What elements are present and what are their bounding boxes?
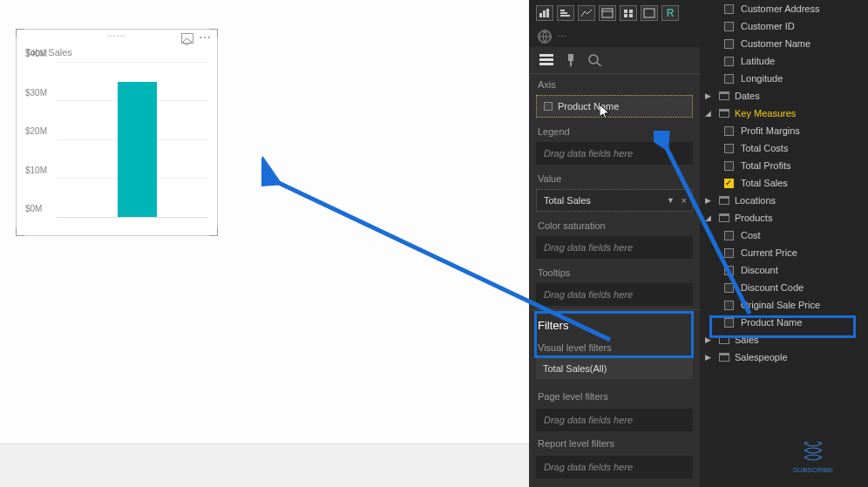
field-checkbox[interactable] (724, 179, 734, 188)
field-item[interactable]: Total Profits (700, 157, 868, 174)
field-checkbox[interactable] (724, 74, 734, 84)
svg-rect-8 (624, 10, 627, 13)
drag-handle-icon[interactable]: ⋯⋯ (107, 31, 126, 41)
table-icon (719, 353, 729, 362)
field-checkbox[interactable] (724, 248, 734, 258)
visualizations-panel: R ⋯ Axis Product Name Legend Drag data f… (529, 0, 700, 487)
field-item[interactable]: Current Price (700, 244, 868, 261)
value-section-label: Value (529, 168, 700, 186)
field-checkbox[interactable] (724, 22, 734, 31)
field-checkbox[interactable] (724, 231, 734, 240)
globe-icon[interactable] (538, 30, 552, 44)
field-item[interactable]: Original Sale Price (700, 296, 868, 314)
expand-caret-icon[interactable]: ▶ (705, 335, 714, 344)
value-field-well[interactable]: Total Sales ▼ × (536, 189, 693, 212)
viz-type-icon[interactable] (578, 5, 595, 21)
legend-section-label: Legend (529, 121, 700, 139)
field-item[interactable]: Customer Name (700, 35, 868, 52)
table-row[interactable]: ▶Salespeople (700, 348, 868, 366)
viz-type-icon[interactable] (641, 5, 658, 21)
svg-rect-6 (602, 9, 613, 17)
table-icon (719, 335, 729, 344)
field-label: Discount Code (741, 282, 804, 293)
svg-rect-10 (624, 14, 627, 17)
axis-field-well[interactable]: Product Name (536, 95, 693, 118)
svg-rect-5 (560, 15, 570, 17)
field-item[interactable]: Product Name (700, 314, 868, 331)
field-item[interactable]: Discount (700, 261, 868, 279)
field-label: Total Sales (741, 178, 788, 188)
table-icon (719, 109, 729, 118)
page-tabs-bar[interactable] (0, 443, 529, 487)
format-tab-icon[interactable] (564, 54, 580, 66)
viz-type-r-icon[interactable]: R (661, 5, 679, 21)
field-label: Customer Name (741, 38, 810, 49)
field-item[interactable]: Cost (700, 227, 868, 244)
field-item[interactable]: Total Sales (700, 174, 868, 192)
viz-type-icon[interactable] (599, 5, 616, 21)
viz-type-icon[interactable] (620, 5, 637, 21)
caret-down-icon[interactable]: ▼ (667, 196, 675, 205)
expand-caret-icon[interactable]: ◢ (705, 213, 714, 222)
expand-caret-icon[interactable]: ▶ (705, 91, 714, 100)
visual-filter-item[interactable]: Total Sales(All) (536, 358, 693, 379)
table-label: Sales (735, 335, 759, 345)
dots-icon[interactable]: ⋯ (557, 31, 566, 43)
field-label: Customer Address (741, 3, 819, 14)
remove-field-icon[interactable]: × (682, 195, 687, 206)
field-label: Latitude (741, 56, 775, 66)
table-row[interactable]: ▶Dates (700, 87, 868, 105)
table-row[interactable]: ▶Sales (700, 331, 868, 348)
field-checkbox[interactable] (724, 283, 734, 293)
svg-rect-9 (629, 10, 633, 13)
field-label: Longitude (741, 73, 783, 84)
field-checkbox[interactable] (724, 126, 734, 136)
chart-plot-area: $0M $10M $20M $30M $40M (25, 63, 208, 230)
field-checkbox[interactable] (724, 144, 734, 153)
report-filters-well[interactable]: Drag data fields here (536, 456, 693, 478)
dna-icon (800, 442, 826, 464)
field-checkbox[interactable] (724, 318, 734, 328)
table-row[interactable]: ▶Locations (700, 192, 868, 209)
focus-mode-icon[interactable] (181, 33, 193, 44)
resize-handle-br[interactable] (209, 227, 218, 236)
color-sat-field-well[interactable]: Drag data fields here (536, 236, 693, 259)
visual-filters-label: Visual level filters (529, 339, 700, 356)
expand-caret-icon[interactable]: ▶ (705, 196, 714, 205)
svg-line-20 (597, 63, 601, 66)
tooltips-field-well[interactable]: Drag data fields here (536, 283, 693, 306)
page-filters-well[interactable]: Drag data fields here (536, 409, 693, 431)
field-item[interactable]: Discount Code (700, 279, 868, 296)
field-checkbox[interactable] (724, 39, 734, 49)
chart-visual[interactable]: ⋯⋯ ⋯ Total Sales $0M $10M $20M $30M $40M (16, 29, 218, 236)
field-item[interactable]: Longitude (700, 70, 868, 87)
chart-bar[interactable] (118, 82, 157, 217)
field-item[interactable]: Profit Margins (700, 122, 868, 139)
field-item[interactable]: Latitude (700, 52, 868, 70)
color-sat-section-label: Color saturation (529, 215, 700, 233)
legend-field-well[interactable]: Drag data fields here (536, 142, 693, 165)
field-checkbox[interactable] (724, 161, 734, 171)
field-label: Cost (741, 230, 761, 240)
field-checkbox[interactable] (724, 301, 734, 310)
table-row[interactable]: ◢Products (700, 209, 868, 227)
viz-type-icon[interactable] (536, 5, 553, 21)
field-checkbox[interactable] (724, 4, 734, 14)
expand-caret-icon[interactable]: ◢ (705, 109, 714, 118)
expand-caret-icon[interactable]: ▶ (705, 353, 714, 362)
table-label: Dates (735, 91, 760, 101)
more-options-icon[interactable]: ⋯ (199, 33, 212, 44)
resize-handle-tl[interactable] (16, 29, 24, 37)
field-label: Original Sale Price (741, 300, 820, 310)
table-row[interactable]: ◢Key Measures (700, 105, 868, 122)
viz-type-icon[interactable] (557, 5, 574, 21)
resize-handle-bl[interactable] (16, 227, 24, 236)
field-checkbox[interactable] (724, 266, 734, 275)
field-checkbox[interactable] (724, 57, 734, 66)
field-item[interactable]: Total Costs (700, 139, 868, 157)
field-item[interactable]: Customer Address (700, 0, 868, 17)
report-canvas[interactable]: ⋯⋯ ⋯ Total Sales $0M $10M $20M $30M $40M (0, 0, 529, 487)
analytics-tab-icon[interactable] (588, 54, 604, 66)
field-item[interactable]: Customer ID (700, 17, 868, 35)
fields-tab-icon[interactable] (539, 54, 555, 66)
